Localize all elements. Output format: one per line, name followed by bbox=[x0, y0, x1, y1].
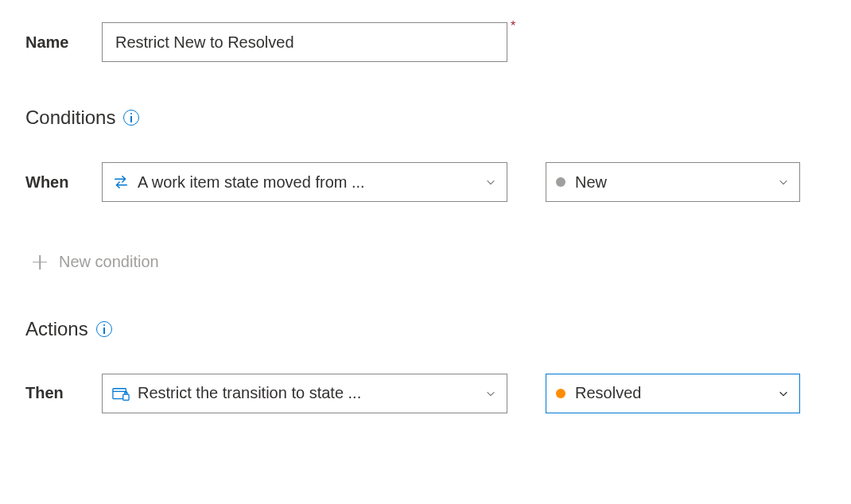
action-type-dropdown[interactable]: Restrict the transition to state ... bbox=[102, 374, 507, 413]
chevron-down-icon bbox=[484, 387, 497, 400]
info-icon[interactable] bbox=[96, 321, 112, 337]
actions-heading-text: Actions bbox=[25, 318, 88, 340]
svg-rect-1 bbox=[123, 394, 129, 400]
name-label: Name bbox=[25, 33, 102, 52]
conditions-heading: Conditions bbox=[25, 107, 826, 129]
required-asterisk: * bbox=[511, 19, 515, 33]
action-state-text: Resolved bbox=[575, 384, 641, 402]
chevron-down-icon bbox=[777, 176, 790, 188]
action-state-dropdown[interactable]: Resolved bbox=[546, 374, 800, 413]
add-condition-button[interactable]: New condition bbox=[32, 253, 159, 271]
when-label: When bbox=[25, 173, 102, 192]
add-condition-label: New condition bbox=[59, 253, 159, 271]
state-dot-resolved bbox=[556, 389, 565, 398]
actions-heading: Actions bbox=[25, 318, 826, 340]
condition-state-dropdown[interactable]: New bbox=[546, 162, 800, 202]
state-moved-icon bbox=[112, 173, 130, 191]
then-label: Then bbox=[25, 384, 102, 402]
info-icon[interactable] bbox=[123, 110, 139, 126]
state-dot-new bbox=[556, 177, 565, 187]
plus-icon bbox=[32, 254, 48, 270]
restrict-transition-icon bbox=[112, 386, 130, 401]
chevron-down-icon bbox=[777, 387, 790, 400]
action-type-text: Restrict the transition to state ... bbox=[138, 384, 361, 402]
condition-type-dropdown[interactable]: A work item state moved from ... bbox=[102, 162, 507, 202]
conditions-heading-text: Conditions bbox=[25, 107, 115, 129]
chevron-down-icon bbox=[484, 176, 497, 188]
condition-type-text: A work item state moved from ... bbox=[138, 173, 365, 192]
condition-state-text: New bbox=[575, 173, 607, 192]
name-input[interactable] bbox=[102, 22, 507, 62]
